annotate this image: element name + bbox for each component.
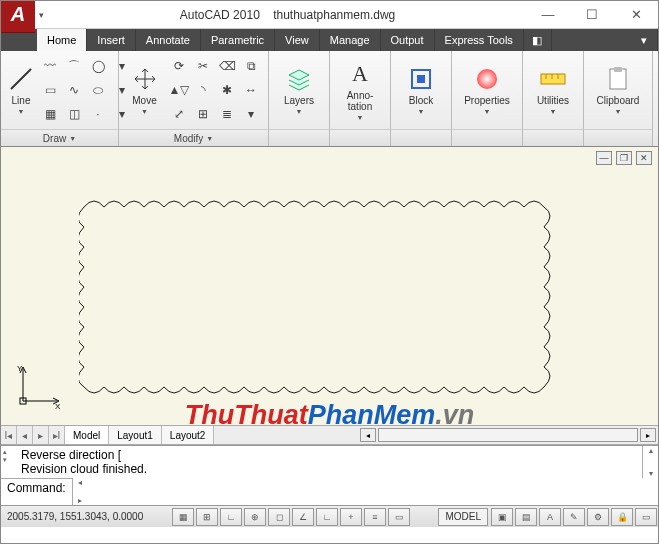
fillet-tool[interactable]: ◝ bbox=[192, 79, 214, 101]
text-icon: A bbox=[346, 60, 374, 88]
layers-panel[interactable]: Layers▼ bbox=[275, 55, 323, 125]
explode-tool[interactable]: ✱ bbox=[216, 79, 238, 101]
snap-toggle[interactable]: ▦ bbox=[172, 508, 194, 526]
svg-rect-9 bbox=[614, 67, 622, 72]
erase-tool[interactable]: ⌫ bbox=[216, 55, 238, 77]
qat-dropdown[interactable]: ▾ bbox=[33, 7, 49, 23]
mirror-tool[interactable]: ▲▽ bbox=[168, 79, 190, 101]
tab-extra[interactable]: ◧ bbox=[524, 29, 552, 51]
lwt-toggle[interactable]: ≡ bbox=[364, 508, 386, 526]
ducs-toggle[interactable]: ∟ bbox=[316, 508, 338, 526]
grid-toggle[interactable]: ⊞ bbox=[196, 508, 218, 526]
annoscale[interactable]: A bbox=[539, 508, 561, 526]
watermark: ThuThuatPhanMem.vn bbox=[185, 400, 475, 431]
rotate-tool[interactable]: ⟳ bbox=[168, 55, 190, 77]
app-menu-button[interactable]: A bbox=[1, 0, 35, 33]
polar-toggle[interactable]: ⊕ bbox=[244, 508, 266, 526]
tab-nav-prev[interactable]: ◂ bbox=[17, 426, 33, 444]
tab-view[interactable]: View bbox=[275, 29, 320, 51]
properties-icon bbox=[473, 65, 501, 93]
svg-text:X: X bbox=[55, 402, 61, 409]
doc-restore[interactable]: ❐ bbox=[616, 151, 632, 165]
tab-nav-last[interactable]: ▸І bbox=[49, 426, 65, 444]
hatch-tool[interactable]: ▦ bbox=[39, 103, 61, 125]
coordinates-readout: 2005.3179, 1551.3043, 0.0000 bbox=[1, 511, 171, 522]
quickview-drawings[interactable]: ▤ bbox=[515, 508, 537, 526]
ortho-toggle[interactable]: ∟ bbox=[220, 508, 242, 526]
panel-modify[interactable]: Modify▼ bbox=[119, 129, 268, 146]
polyline-tool[interactable]: 〰 bbox=[39, 55, 61, 77]
drawing-area[interactable]: — ❐ ✕ YX ThuThuatPhanMem.vn bbox=[1, 147, 658, 425]
circle-tool[interactable]: ◯ bbox=[87, 55, 109, 77]
clean-screen[interactable]: ▭ bbox=[635, 508, 657, 526]
layers-icon bbox=[285, 65, 313, 93]
window-title: AutoCAD 2010 thuthuatphanmem.dwg bbox=[49, 8, 526, 22]
tab-home[interactable]: Home bbox=[37, 29, 87, 51]
tab-output[interactable]: Output bbox=[381, 29, 435, 51]
revision-cloud bbox=[79, 197, 557, 397]
annotation-panel[interactable]: A Anno- tation▼ bbox=[336, 55, 384, 125]
space-indicator[interactable]: MODEL bbox=[438, 508, 488, 526]
point-tool[interactable]: · bbox=[87, 103, 109, 125]
panel-clipboard-title bbox=[584, 129, 652, 146]
cmd-scroll-up[interactable]: ▴ bbox=[643, 446, 658, 455]
svg-rect-4 bbox=[541, 74, 565, 84]
block-icon bbox=[407, 65, 435, 93]
tab-model[interactable]: Model bbox=[65, 426, 109, 444]
region-tool[interactable]: ◫ bbox=[63, 103, 85, 125]
maximize-button[interactable]: ☐ bbox=[570, 1, 614, 29]
ribbon-minimize[interactable]: ▾ bbox=[630, 29, 658, 51]
tab-nav-first[interactable]: І◂ bbox=[1, 426, 17, 444]
line-icon bbox=[7, 65, 35, 93]
command-input[interactable]: Command: bbox=[1, 478, 72, 496]
panel-draw[interactable]: Draw▼ bbox=[1, 129, 118, 146]
cmd-line-right[interactable]: ▸ bbox=[73, 496, 88, 505]
stretch-tool[interactable]: ↔ bbox=[240, 79, 262, 101]
qp-toggle[interactable]: ▭ bbox=[388, 508, 410, 526]
tab-manage[interactable]: Manage bbox=[320, 29, 381, 51]
tab-layout1[interactable]: Layout1 bbox=[109, 426, 162, 444]
hscroll-right[interactable]: ▸ bbox=[640, 428, 656, 442]
clipboard-panel[interactable]: Clipboard▼ bbox=[590, 55, 646, 125]
offset-tool[interactable]: ≣ bbox=[216, 103, 238, 125]
copy-tool[interactable]: ⧉ bbox=[240, 55, 262, 77]
array-tool[interactable]: ⊞ bbox=[192, 103, 214, 125]
workspace-switch[interactable]: ⚙ bbox=[587, 508, 609, 526]
ellipse-tool[interactable]: ⬭ bbox=[87, 79, 109, 101]
tab-annotate[interactable]: Annotate bbox=[136, 29, 201, 51]
properties-panel[interactable]: Properties▼ bbox=[458, 55, 516, 125]
rectangle-tool[interactable]: ▭ bbox=[39, 79, 61, 101]
minimize-button[interactable]: — bbox=[526, 1, 570, 29]
tab-parametric[interactable]: Parametric bbox=[201, 29, 275, 51]
scale-tool[interactable]: ⤢ bbox=[168, 103, 190, 125]
panel-utilities-title bbox=[523, 129, 583, 146]
ribbon-tabstrip: Home Insert Annotate Parametric View Man… bbox=[1, 29, 658, 51]
cmd-scroll-down[interactable]: ▾ bbox=[643, 469, 658, 478]
spline-tool[interactable]: ∿ bbox=[63, 79, 85, 101]
tab-nav-next[interactable]: ▸ bbox=[33, 426, 49, 444]
annovis[interactable]: ✎ bbox=[563, 508, 585, 526]
close-button[interactable]: ✕ bbox=[614, 1, 658, 29]
panel-annotation-title bbox=[330, 129, 390, 146]
doc-close[interactable]: ✕ bbox=[636, 151, 652, 165]
cmd-line-left[interactable]: ◂ bbox=[73, 478, 88, 487]
otrack-toggle[interactable]: ∠ bbox=[292, 508, 314, 526]
panel-properties-title bbox=[452, 129, 522, 146]
svg-point-3 bbox=[477, 69, 497, 89]
doc-minimize[interactable]: — bbox=[596, 151, 612, 165]
utilities-panel[interactable]: Utilities▼ bbox=[529, 55, 577, 125]
svg-rect-2 bbox=[417, 75, 425, 83]
line-tool[interactable]: Line ▼ bbox=[7, 55, 35, 125]
quickview-layouts[interactable]: ▣ bbox=[491, 508, 513, 526]
modify-more[interactable]: ▾ bbox=[240, 103, 262, 125]
block-panel[interactable]: Block▼ bbox=[397, 55, 445, 125]
osnap-toggle[interactable]: ◻ bbox=[268, 508, 290, 526]
tab-insert[interactable]: Insert bbox=[87, 29, 136, 51]
trim-tool[interactable]: ✂ bbox=[192, 55, 214, 77]
tab-express-tools[interactable]: Express Tools bbox=[435, 29, 524, 51]
move-icon bbox=[131, 65, 159, 93]
arc-tool[interactable]: ⌒ bbox=[63, 55, 85, 77]
dyn-toggle[interactable]: + bbox=[340, 508, 362, 526]
toolbar-lock[interactable]: 🔒 bbox=[611, 508, 633, 526]
move-tool[interactable]: Move ▼ bbox=[125, 55, 164, 125]
